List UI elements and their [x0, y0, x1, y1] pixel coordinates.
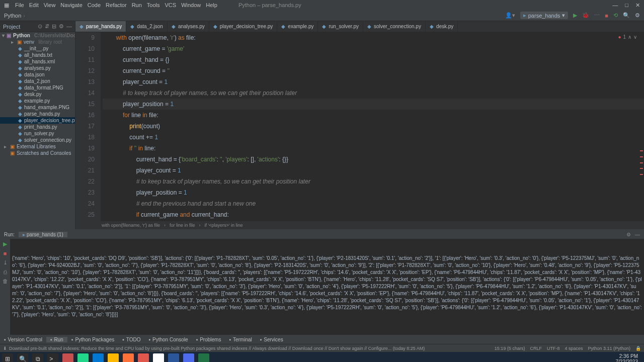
tree-file[interactable]: ◆ print_hands.py — [0, 124, 75, 130]
tab-solver_connection.py[interactable]: ◆ solver_connection.py — [363, 21, 426, 32]
tree-file[interactable]: ◆ all_hands.txt — [0, 52, 75, 58]
tree-file[interactable]: ◆ player_decision_tree.py — [0, 117, 75, 124]
status-interpreter[interactable]: Python 3.11 (Python) — [588, 346, 630, 351]
status-notification-icon[interactable]: ⬇ — [3, 346, 7, 351]
maximize-icon[interactable]: □ — [625, 2, 628, 9]
tool-python packages[interactable]: ▪Python Packages — [67, 337, 118, 342]
tool-version control[interactable]: ▪Version Control — [0, 337, 46, 342]
minimize-icon[interactable]: — — [612, 2, 618, 9]
run-hide-icon[interactable]: — — [635, 232, 640, 237]
stop-button[interactable]: ■ — [605, 13, 608, 19]
expand-all-icon[interactable]: ⇵ — [45, 23, 49, 30]
tree-file[interactable]: ◆ run_solver.py — [0, 130, 75, 137]
tree-file[interactable]: ◆ hand_example.PNG — [0, 104, 75, 111]
rerun-button[interactable]: ▶ — [3, 241, 7, 247]
scroll-end-icon[interactable]: ⤓ — [3, 259, 8, 266]
close-icon[interactable]: ✕ — [635, 2, 640, 9]
menu-help[interactable]: Help — [206, 2, 217, 8]
tool-problems[interactable]: ▪Problems — [192, 337, 225, 342]
firefox-icon[interactable] — [123, 353, 134, 362]
status-indent[interactable]: 4 spaces — [565, 346, 583, 351]
excel-icon[interactable] — [198, 353, 209, 362]
stop-run-button[interactable]: ■ — [4, 250, 7, 256]
console-output[interactable]: {'name': 'Hero', 'chips': '10', 'pocket_… — [10, 239, 644, 335]
tree-file[interactable]: ◆ __init__.py — [0, 45, 75, 52]
menu-edit[interactable]: Edit — [29, 2, 39, 8]
trash-icon[interactable]: 🗑 — [3, 278, 8, 284]
tool-terminal[interactable]: ▪Terminal — [225, 337, 256, 342]
menu-window[interactable]: Window — [181, 2, 201, 8]
tool-todo[interactable]: ▪TODO — [118, 337, 144, 342]
menu-navigate[interactable]: Navigate — [60, 2, 82, 8]
status-lock-icon[interactable]: 🔒 — [635, 346, 641, 351]
project-tree[interactable]: ▾▣ Python C:\Users\vito\Document ▸▣ venv… — [0, 32, 75, 229]
gutter[interactable]: 91011121314151617181920212223242526 — [75, 32, 101, 221]
user-icon[interactable]: 👤▾ — [505, 12, 515, 19]
explorer-icon[interactable] — [108, 353, 119, 362]
tree-file[interactable]: ◆ all_hands.xml — [0, 58, 75, 65]
chrome-icon[interactable] — [153, 353, 164, 362]
status-caret[interactable]: 15:19 (5 chars) — [495, 346, 525, 351]
tree-file[interactable]: ◆ desk.py — [0, 91, 75, 98]
code-lines[interactable]: with open(filename, 'r') as file: curren… — [101, 32, 644, 221]
start-button[interactable]: ⊞ — [2, 353, 13, 362]
menu-code[interactable]: Code — [88, 2, 101, 8]
status-eol[interactable]: CRLF — [530, 346, 542, 351]
run-config-tab[interactable]: ▸ parse_hands (1) — [19, 232, 67, 237]
status-encoding[interactable]: UTF-8 — [547, 346, 560, 351]
terminal-icon[interactable]: >_ — [47, 353, 58, 362]
app-icon-4[interactable] — [183, 353, 194, 362]
tab-data_2.json[interactable]: ◆ data_2.json — [126, 21, 168, 32]
gear-icon[interactable]: ⚙ — [59, 23, 64, 30]
status-message[interactable]: Download pre-built shared indexes: Reduc… — [9, 346, 425, 351]
tree-venv[interactable]: ▸▣ venv library root — [0, 39, 75, 45]
run-button[interactable]: ▶ — [573, 12, 577, 19]
vscode-icon[interactable] — [93, 353, 104, 362]
tab-example.py[interactable]: ◆ example.py — [277, 21, 318, 32]
menu-tools[interactable]: Tools — [147, 2, 160, 8]
tab-desk.py[interactable]: ◆ desk.py — [426, 21, 458, 32]
app-icon-3[interactable] — [168, 353, 179, 362]
menu-refactor[interactable]: Refactor — [106, 2, 127, 8]
more-run-button[interactable]: ⋯ — [594, 12, 600, 19]
app-icon-1[interactable] — [62, 353, 73, 362]
tool-run[interactable]: ▪Run — [46, 337, 67, 342]
breadcrumb[interactable]: Python — [4, 13, 21, 19]
tab-player_decision_tree.py[interactable]: ◆ player_decision_tree.py — [209, 21, 278, 32]
tree-file[interactable]: ◆ solver_connection.py — [0, 137, 75, 143]
menu-file[interactable]: File — [15, 2, 24, 8]
settings-icon[interactable]: ⚙ — [635, 12, 640, 19]
editor-breadcrumbs[interactable]: with open(filename, 'r') as file › for l… — [75, 221, 644, 229]
hide-icon[interactable]: — — [66, 23, 72, 30]
run-config-selector[interactable]: ▸ parse_hands ▾ — [520, 12, 569, 19]
task-view-icon[interactable]: ⧉ — [32, 353, 43, 362]
menu-view[interactable]: View — [44, 2, 56, 8]
pycharm-icon[interactable] — [77, 353, 89, 362]
run-settings-icon[interactable]: ⚙ — [626, 232, 631, 237]
menu-run[interactable]: Run — [132, 2, 142, 8]
tool-python console[interactable]: ▪Python Console — [144, 337, 192, 342]
tab-analyses.py[interactable]: ◆ analyses.py — [168, 21, 209, 32]
tree-root[interactable]: ▾▣ Python C:\Users\vito\Document — [0, 32, 75, 39]
tree-file[interactable]: ◆ data_2.json — [0, 78, 75, 84]
menu-vcs[interactable]: VCS — [165, 2, 177, 8]
vcs-update-icon[interactable]: ⟲ — [613, 12, 618, 19]
project-tool-header[interactable]: Project ⊙ ⇵ ⊟ ⚙ — — [0, 21, 75, 32]
app-icon-2[interactable] — [138, 353, 149, 362]
select-opened-icon[interactable]: ⊙ — [38, 23, 42, 30]
search-icon[interactable]: 🔍 — [623, 12, 630, 19]
collapse-icon[interactable]: ⊟ — [52, 23, 56, 30]
tab-parse_hands.py[interactable]: ◆ parse_hands.py — [75, 21, 126, 32]
tree-file[interactable]: ◆ example.py — [0, 98, 75, 104]
search-taskbar-icon[interactable]: 🔍 — [17, 353, 28, 362]
tree-external[interactable]: ▸▣ External Libraries — [0, 143, 75, 150]
tree-file[interactable]: ◆ parse_hands.py — [0, 111, 75, 117]
system-clock[interactable]: 2:36 PM 7/22/2023 — [616, 353, 642, 362]
tree-file[interactable]: ◆ data.json — [0, 71, 75, 78]
editor[interactable]: ● 1 ∧ ∨ 91011121314151617181920212223242… — [75, 32, 644, 229]
tree-file[interactable]: ◆ analyses.py — [0, 65, 75, 71]
print-icon[interactable]: ⎙ — [4, 269, 7, 275]
tool-services[interactable]: ▪Services — [256, 337, 287, 342]
tab-run_solver.py[interactable]: ◆ run_solver.py — [318, 21, 363, 32]
debug-button[interactable]: 🐞 — [582, 12, 589, 19]
